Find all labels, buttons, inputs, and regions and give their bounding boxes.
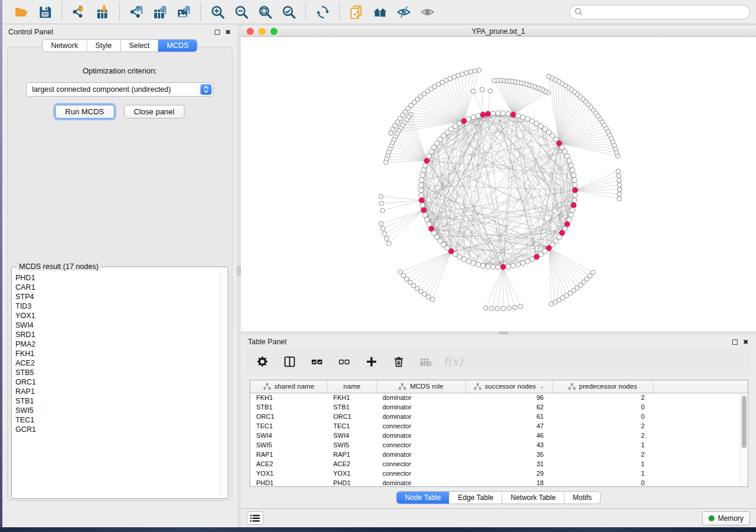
hide-panel-icon[interactable] bbox=[395, 4, 412, 20]
tab-network[interactable]: Network bbox=[43, 40, 87, 52]
table-row[interactable]: SWI4SWI4dominator462 bbox=[250, 431, 748, 440]
mcds-result-item[interactable]: ORC1 bbox=[14, 377, 219, 387]
export-network-icon[interactable] bbox=[128, 4, 145, 20]
open-folder-icon[interactable] bbox=[13, 4, 30, 20]
mcds-result-item[interactable]: STB5 bbox=[14, 368, 219, 377]
table-cell: ORC1 bbox=[327, 412, 377, 421]
mcds-result-item[interactable]: RAP1 bbox=[14, 387, 219, 396]
mcds-result-item[interactable]: PMA2 bbox=[14, 339, 219, 349]
network-canvas[interactable] bbox=[241, 37, 756, 331]
column-header-MCDS-role[interactable]: MCDS role bbox=[377, 380, 465, 393]
close-window-icon[interactable] bbox=[247, 28, 254, 35]
zoom-selected-icon[interactable] bbox=[280, 4, 297, 20]
table-scrollbar[interactable] bbox=[740, 393, 747, 485]
table-cell: 47 bbox=[465, 421, 552, 431]
mcds-result-item[interactable]: ACE2 bbox=[14, 358, 219, 368]
float-panel-icon[interactable] bbox=[215, 30, 220, 35]
clone-network-icon[interactable] bbox=[348, 4, 365, 20]
show-panel-icon[interactable] bbox=[419, 4, 436, 20]
import-network-icon[interactable] bbox=[71, 4, 87, 20]
search-icon bbox=[575, 8, 583, 16]
table-cell: 1 bbox=[552, 459, 653, 469]
mcds-result-item[interactable]: TEC1 bbox=[14, 415, 219, 425]
minimize-window-icon[interactable] bbox=[259, 28, 266, 35]
table-row[interactable]: STB1STB1dominator620 bbox=[250, 402, 748, 412]
tab-network-table[interactable]: Network Table bbox=[502, 492, 564, 504]
column-header-predecessor-nodes[interactable]: predecessor nodes bbox=[552, 380, 653, 393]
tab-mcds[interactable]: MCDS bbox=[158, 40, 197, 52]
save-icon[interactable] bbox=[37, 4, 53, 20]
import-table-icon[interactable] bbox=[94, 4, 111, 20]
column-header-successor-nodes[interactable]: successor nodes⌄ bbox=[465, 380, 552, 393]
tab-edge-table[interactable]: Edge Table bbox=[449, 492, 502, 504]
zoom-out-icon[interactable] bbox=[233, 4, 250, 20]
table-panel: Table Panel ✖ f(x) shared namenameMCDS r… bbox=[241, 335, 756, 508]
deselect-all-icon[interactable] bbox=[337, 354, 351, 368]
network-window-title: YPA_prune.txt_1 bbox=[241, 27, 756, 36]
select-all-icon[interactable] bbox=[310, 354, 324, 368]
tab-select[interactable]: Select bbox=[121, 40, 159, 52]
close-table-panel-icon[interactable]: ✖ bbox=[742, 339, 749, 345]
table-cell: 2 bbox=[552, 421, 653, 431]
delete-column-icon[interactable] bbox=[391, 354, 406, 368]
zoom-in-icon[interactable] bbox=[209, 4, 226, 20]
run-mcds-button[interactable]: Run MCDS bbox=[55, 105, 114, 118]
column-layout-icon[interactable] bbox=[282, 354, 296, 368]
refresh-icon[interactable] bbox=[314, 4, 331, 20]
dropdown-stepper-icon bbox=[200, 84, 212, 95]
table-scrollbar-thumb[interactable] bbox=[742, 396, 747, 448]
table-row[interactable]: SWI5SWI5connector431 bbox=[250, 440, 748, 450]
tab-motifs[interactable]: Motifs bbox=[564, 492, 600, 504]
table-cell: 0 bbox=[552, 412, 653, 421]
mcds-result-item[interactable]: PHD1 bbox=[14, 273, 219, 283]
table-cell: dominator bbox=[377, 450, 465, 459]
table-row[interactable]: PHD1PHD1dominator180 bbox=[250, 478, 748, 487]
table-row[interactable]: YOX1YOX1connector291 bbox=[250, 469, 748, 478]
mcds-result-item[interactable]: YOX1 bbox=[14, 311, 219, 321]
settings-gear-icon[interactable] bbox=[255, 354, 269, 368]
close-panel-button[interactable]: Close panel bbox=[124, 105, 185, 118]
mcds-result-item[interactable]: GCR1 bbox=[14, 425, 219, 434]
export-image-icon[interactable] bbox=[176, 4, 192, 20]
table-row[interactable]: FKH1FKH1dominator962 bbox=[250, 393, 748, 402]
search-input[interactable] bbox=[569, 5, 750, 20]
mcds-list-scrollbar[interactable] bbox=[220, 272, 227, 496]
mcds-result-item[interactable]: TID3 bbox=[14, 302, 219, 311]
column-header-shared-name[interactable]: shared name bbox=[250, 380, 327, 393]
table-cell: YOX1 bbox=[250, 469, 327, 478]
mcds-result-list[interactable]: PHD1CAR1STP4TID3YOX1SWI4SRD1PMA2FKH1ACE2… bbox=[14, 273, 219, 496]
horizontal-splitter-handle[interactable] bbox=[499, 332, 508, 334]
mcds-result-item[interactable]: CAR1 bbox=[14, 283, 219, 292]
mcds-result-item[interactable]: STB1 bbox=[14, 396, 219, 406]
column-header-name[interactable]: name bbox=[327, 380, 377, 393]
mcds-result-item[interactable]: STP4 bbox=[14, 292, 219, 302]
table-cell: dominator bbox=[377, 412, 465, 421]
mcds-result-item[interactable]: SWI4 bbox=[14, 321, 219, 330]
float-table-panel-icon[interactable] bbox=[732, 339, 738, 345]
home-icon[interactable] bbox=[372, 4, 388, 20]
memory-button[interactable]: Memory bbox=[702, 511, 750, 525]
table-row[interactable]: ACE2ACE2connector311 bbox=[250, 459, 748, 469]
toolbar-separator bbox=[305, 3, 306, 21]
zoom-fit-icon[interactable] bbox=[257, 4, 273, 20]
criterion-dropdown[interactable]: largest connected component (undirected) bbox=[26, 82, 213, 97]
table-row[interactable]: RAP1RAP1dominator352 bbox=[250, 450, 748, 459]
mcds-result-item[interactable]: FKH1 bbox=[14, 349, 219, 358]
mcds-result-item[interactable]: SRD1 bbox=[14, 330, 219, 339]
export-table-icon[interactable] bbox=[152, 4, 168, 20]
table-row[interactable]: TEC1TEC1connector472 bbox=[250, 421, 748, 431]
mcds-tab-content: Optimization criterion: largest connecte… bbox=[7, 47, 232, 501]
table-cell: 61 bbox=[465, 412, 552, 421]
add-column-icon[interactable] bbox=[364, 354, 378, 368]
task-history-button[interactable] bbox=[247, 511, 263, 525]
table-row[interactable]: ORC1ORC1dominator610 bbox=[250, 412, 748, 421]
table-cell: 0 bbox=[552, 402, 653, 412]
tab-node-table[interactable]: Node Table bbox=[397, 492, 450, 504]
maximize-window-icon[interactable] bbox=[270, 28, 277, 35]
table-cell: ORC1 bbox=[250, 412, 327, 421]
table-cell: 0 bbox=[552, 478, 653, 487]
table-cell: connector bbox=[377, 459, 465, 469]
close-panel-icon[interactable]: ✖ bbox=[225, 29, 231, 36]
tab-style[interactable]: Style bbox=[87, 40, 121, 52]
mcds-result-item[interactable]: SWI5 bbox=[14, 406, 219, 415]
